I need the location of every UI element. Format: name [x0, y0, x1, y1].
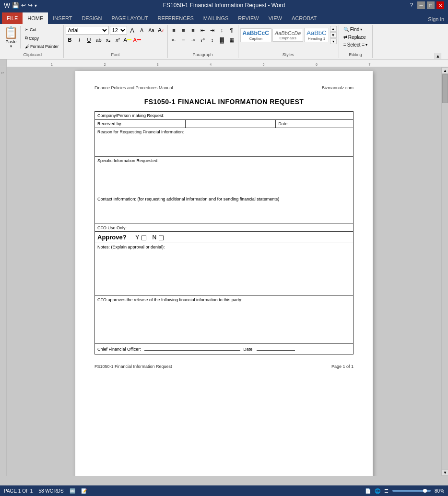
- subscript-button[interactable]: x₂: [104, 35, 113, 44]
- scroll-thumb[interactable]: [442, 74, 448, 103]
- view-web-icon[interactable]: 🌐: [375, 488, 380, 494]
- tab-insert[interactable]: INSERT: [48, 12, 77, 24]
- table-row: Company/Person making Request:: [95, 112, 354, 120]
- sort-button[interactable]: ↕: [218, 26, 226, 35]
- language-icon: 🔤: [70, 488, 75, 494]
- cfo-use-cell: CFO Use Only:: [95, 224, 354, 232]
- style-caption[interactable]: AaBbCcC Caption: [240, 28, 271, 42]
- status-bar: PAGE 1 OF 1 58 WORDS 🔤 📝 📄 🌐 ☰ 80%: [0, 485, 448, 496]
- cfo-signature-cell: Chief Financial Officer: Date:: [95, 344, 354, 354]
- text-color-button[interactable]: A: [133, 35, 141, 44]
- reason-cell[interactable]: Reason for Requesting Financial Informat…: [95, 128, 354, 157]
- line-spacing-button[interactable]: ↕: [208, 35, 217, 44]
- quick-more[interactable]: ▾: [35, 3, 37, 8]
- align-center-button[interactable]: ≡: [179, 35, 188, 44]
- scroll-track[interactable]: [442, 74, 448, 469]
- italic-button[interactable]: I: [75, 35, 84, 44]
- minimize-btn[interactable]: ─: [417, 1, 425, 9]
- cfo-officer-label: Chief Financial Officer:: [97, 347, 141, 352]
- shading-button[interactable]: ▓: [218, 35, 226, 44]
- cfo-approves-label: CFO approves the release of the followin…: [97, 297, 351, 302]
- bullets-button[interactable]: ≡: [170, 26, 178, 35]
- style-emphasis[interactable]: AaBbCcDe Emphasis: [272, 29, 303, 42]
- borders-button[interactable]: ▦: [227, 35, 236, 44]
- font-shrink-button[interactable]: A: [138, 26, 146, 35]
- align-left-button[interactable]: ⇤: [170, 35, 178, 44]
- header-left: Finance Policies and Procedures Manual: [94, 85, 173, 90]
- font-case-button[interactable]: Aa: [147, 26, 156, 35]
- styles-scroll-up[interactable]: ▲: [330, 26, 337, 32]
- tab-view[interactable]: VIEW: [264, 12, 287, 24]
- view-print-icon[interactable]: 📄: [365, 488, 371, 494]
- notes-cell[interactable]: Notes: (Explain approval or denial):: [95, 243, 354, 296]
- font-size-select[interactable]: 12: [110, 26, 127, 35]
- tab-review[interactable]: REVIEW: [233, 12, 263, 24]
- tab-home[interactable]: HOME: [23, 12, 48, 24]
- tab-acrobat[interactable]: ACROBAT: [287, 12, 321, 24]
- approve-cell: Approve? Y N: [95, 232, 354, 243]
- justify-button[interactable]: ⇄: [199, 35, 207, 44]
- copy-button[interactable]: ⧉ Copy: [23, 34, 61, 42]
- styles-expand[interactable]: ▾: [330, 38, 337, 44]
- scroll-down-button[interactable]: ▼: [442, 469, 448, 476]
- quick-undo[interactable]: ↩: [21, 2, 26, 9]
- tab-file[interactable]: FILE: [2, 12, 23, 24]
- view-outline-icon[interactable]: ☰: [384, 488, 389, 494]
- scroll-up-button[interactable]: ▲: [442, 67, 448, 74]
- document-area[interactable]: Finance Policies and Procedures Manual B…: [7, 67, 441, 476]
- show-hide-button[interactable]: ¶: [227, 26, 236, 35]
- quick-redo[interactable]: ↪: [28, 2, 33, 9]
- table-row: CFO approves the release of the followin…: [95, 296, 354, 344]
- increase-indent-button[interactable]: ⇥: [208, 26, 217, 35]
- cut-button[interactable]: ✂ Cut: [23, 26, 61, 34]
- paragraph-group: ≡ ≡ ≡ ⇤ ⇥ ↕ ¶ ⇤ ≡ ⇥ ⇄ ↕ ▓ ▦ Paragraph: [168, 25, 238, 58]
- tab-page-layout[interactable]: PAGE LAYOUT: [107, 12, 153, 24]
- style-heading1[interactable]: AaBbC Heading 1: [304, 28, 329, 42]
- superscript-button[interactable]: x²: [114, 35, 122, 44]
- bold-button[interactable]: B: [66, 35, 74, 44]
- sign-in[interactable]: Sign in: [424, 14, 448, 24]
- cfo-approves-cell[interactable]: CFO approves the release of the followin…: [95, 296, 354, 344]
- strikethrough-button[interactable]: ab: [94, 35, 103, 44]
- decrease-indent-button[interactable]: ⇤: [199, 26, 207, 35]
- font-family-select[interactable]: Arial: [66, 26, 109, 35]
- paste-icon: 📋: [4, 26, 18, 39]
- align-right-button[interactable]: ⇥: [189, 35, 198, 44]
- replace-button[interactable]: ⇄ Replace: [341, 34, 370, 41]
- underline-button[interactable]: U: [85, 35, 94, 44]
- find-icon: 🔍: [343, 27, 349, 32]
- tab-design[interactable]: DESIGN: [77, 12, 106, 24]
- numbering-button[interactable]: ≡: [179, 26, 188, 35]
- format-painter-button[interactable]: 🖌 Format Painter: [23, 43, 61, 50]
- close-btn[interactable]: ✕: [436, 1, 444, 9]
- no-checkbox[interactable]: [159, 236, 164, 240]
- received-value[interactable]: [185, 120, 276, 128]
- select-button[interactable]: = Select = ▾: [341, 41, 370, 48]
- help-btn[interactable]: ?: [408, 1, 415, 9]
- styles-group: AaBbCcC Caption AaBbCcDe Emphasis AaBbC …: [238, 25, 339, 58]
- font-clear-button[interactable]: A✗: [157, 26, 165, 35]
- specific-cell[interactable]: Specific Information Requested:: [95, 157, 354, 195]
- tab-mailings[interactable]: MAILINGS: [199, 12, 234, 24]
- tab-references[interactable]: REFERENCES: [153, 12, 199, 24]
- yes-checkbox[interactable]: [141, 236, 146, 240]
- zoom-slider[interactable]: [392, 490, 431, 492]
- font-grow-button[interactable]: A: [128, 26, 137, 35]
- paste-button[interactable]: 📋 Paste ▾: [4, 26, 21, 48]
- find-button[interactable]: 🔍 Find ▾: [341, 26, 370, 33]
- multilevel-button[interactable]: ≡: [189, 26, 198, 35]
- no-label: N: [153, 234, 157, 241]
- status-left: PAGE 1 OF 1 58 WORDS 🔤 📝: [4, 488, 87, 494]
- contact-label: Contact Information: (for requesting add…: [97, 197, 351, 201]
- vertical-scrollbar[interactable]: ▲ ▼: [441, 67, 448, 476]
- quick-save[interactable]: 💾: [12, 2, 19, 9]
- word-count: 58 WORDS: [38, 488, 63, 494]
- restore-btn[interactable]: □: [427, 1, 435, 9]
- ribbon-content: 📋 Paste ▾ ✂ Cut ⧉ Copy 🖌 Format Painter: [0, 24, 448, 59]
- styles-scroll-down[interactable]: ▼: [330, 32, 337, 38]
- text-highlight-button[interactable]: A: [123, 35, 132, 44]
- form-table: Company/Person making Request: Received …: [94, 111, 354, 354]
- ribbon-collapse-button[interactable]: ▲: [435, 53, 441, 59]
- table-row: CFO Use Only:: [95, 224, 354, 232]
- contact-cell[interactable]: Contact Information: (for requesting add…: [95, 195, 354, 224]
